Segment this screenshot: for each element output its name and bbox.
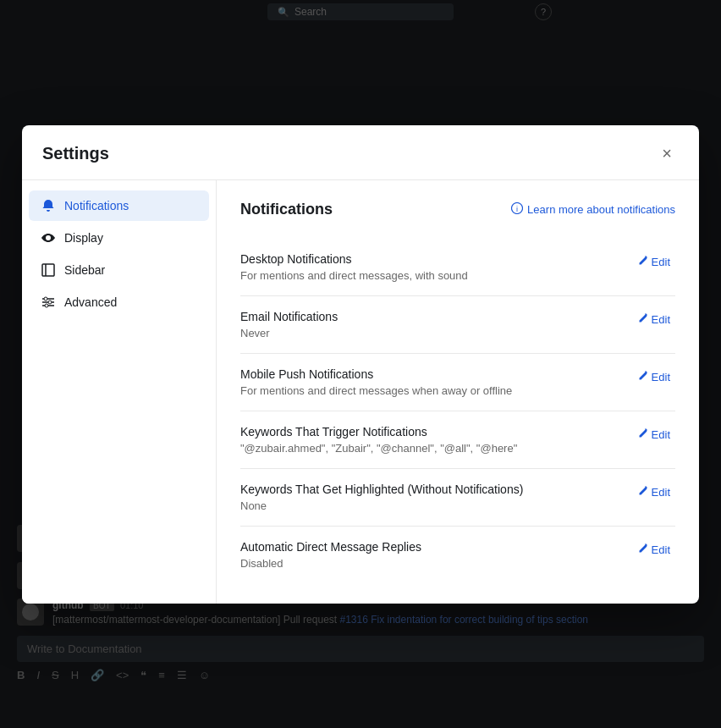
svg-point-9 — [48, 301, 52, 304]
sidebar-item-label: Advanced — [64, 295, 117, 309]
edit-button-desktop[interactable]: Edit — [633, 254, 675, 270]
svg-rect-3 — [42, 264, 54, 276]
modal-title: Settings — [42, 144, 109, 163]
bell-icon — [41, 198, 56, 213]
edit-label: Edit — [652, 428, 670, 441]
notif-name: Mobile Push Notifications — [240, 367, 633, 381]
edit-button-mobile[interactable]: Edit — [633, 369, 675, 385]
edit-button-email[interactable]: Edit — [633, 312, 675, 328]
edit-label: Edit — [652, 543, 670, 556]
notification-row-email: Email NotificationsNeverEdit — [240, 296, 675, 354]
modal-body: Notifications Display — [22, 180, 699, 604]
notification-row-mobile: Mobile Push NotificationsFor mentions an… — [240, 354, 675, 411]
notif-description: For mentions and direct messages when aw… — [240, 384, 633, 397]
learn-more-text: Learn more about notifications — [527, 203, 675, 216]
notification-row-keywords-highlight: Keywords That Get Highlighted (Without N… — [240, 469, 675, 527]
learn-more-link[interactable]: i Learn more about notifications — [511, 202, 675, 217]
notif-info: Automatic Direct Message RepliesDisabled — [240, 540, 633, 570]
modal-backdrop: Settings × Notifications — [0, 0, 721, 728]
edit-icon — [638, 486, 648, 499]
edit-label: Edit — [652, 256, 670, 268]
notif-name: Desktop Notifications — [240, 252, 633, 266]
eye-icon — [41, 230, 56, 245]
svg-text:i: i — [516, 205, 518, 213]
notif-info: Keywords That Get Highlighted (Without N… — [240, 483, 633, 512]
modal-header: Settings × — [22, 125, 699, 180]
notif-info: Mobile Push NotificationsFor mentions an… — [240, 367, 633, 397]
sidebar-item-notifications[interactable]: Notifications — [29, 190, 209, 221]
edit-label: Edit — [652, 371, 670, 383]
sidebar-item-display[interactable]: Display — [29, 223, 209, 253]
notif-info: Desktop NotificationsFor mentions and di… — [240, 252, 633, 282]
notif-info: Email NotificationsNever — [240, 310, 633, 339]
notifications-list: Desktop NotificationsFor mentions and di… — [240, 239, 675, 583]
sidebar-item-sidebar[interactable]: Sidebar — [29, 255, 209, 285]
settings-sidebar: Notifications Display — [22, 180, 217, 604]
edit-icon — [638, 371, 648, 383]
edit-button-keywords-highlight[interactable]: Edit — [633, 484, 675, 500]
svg-point-8 — [44, 297, 47, 301]
edit-icon — [638, 428, 648, 441]
edit-icon — [638, 543, 648, 556]
notif-name: Automatic Direct Message Replies — [240, 540, 633, 554]
edit-icon — [638, 313, 648, 326]
notif-name: Keywords That Get Highlighted (Without N… — [240, 483, 633, 496]
content-title: Notifications — [240, 201, 333, 218]
sidebar-item-advanced[interactable]: Advanced — [29, 287, 209, 317]
advanced-icon — [41, 295, 56, 310]
notif-description: For mentions and direct messages, with s… — [240, 269, 633, 282]
notif-description: Disabled — [240, 557, 633, 570]
notif-description: Never — [240, 327, 633, 339]
notif-description: None — [240, 499, 633, 512]
notification-row-keywords-trigger: Keywords That Trigger Notifications"@zub… — [240, 411, 675, 469]
notification-row-desktop: Desktop NotificationsFor mentions and di… — [240, 239, 675, 296]
edit-button-auto-reply[interactable]: Edit — [633, 542, 675, 558]
notif-description: "@zubair.ahmed", "Zubair", "@channel", "… — [240, 442, 633, 455]
edit-label: Edit — [652, 313, 670, 326]
content-header: Notifications i Learn more about notific… — [240, 201, 675, 218]
notif-name: Keywords That Trigger Notifications — [240, 425, 633, 438]
sidebar-item-label: Sidebar — [64, 263, 105, 277]
edit-label: Edit — [652, 486, 670, 499]
notification-row-auto-reply: Automatic Direct Message RepliesDisabled… — [240, 527, 675, 583]
sidebar-item-label: Display — [64, 231, 103, 245]
settings-content: Notifications i Learn more about notific… — [217, 180, 699, 604]
close-button[interactable]: × — [655, 142, 679, 166]
settings-modal: Settings × Notifications — [22, 125, 699, 604]
notif-info: Keywords That Trigger Notifications"@zub… — [240, 425, 633, 455]
sidebar-icon — [41, 262, 56, 278]
edit-icon — [638, 256, 648, 268]
edit-button-keywords-trigger[interactable]: Edit — [633, 427, 675, 443]
info-icon: i — [511, 202, 523, 217]
notif-name: Email Notifications — [240, 310, 633, 323]
svg-point-10 — [45, 304, 48, 307]
sidebar-item-label: Notifications — [64, 199, 129, 212]
